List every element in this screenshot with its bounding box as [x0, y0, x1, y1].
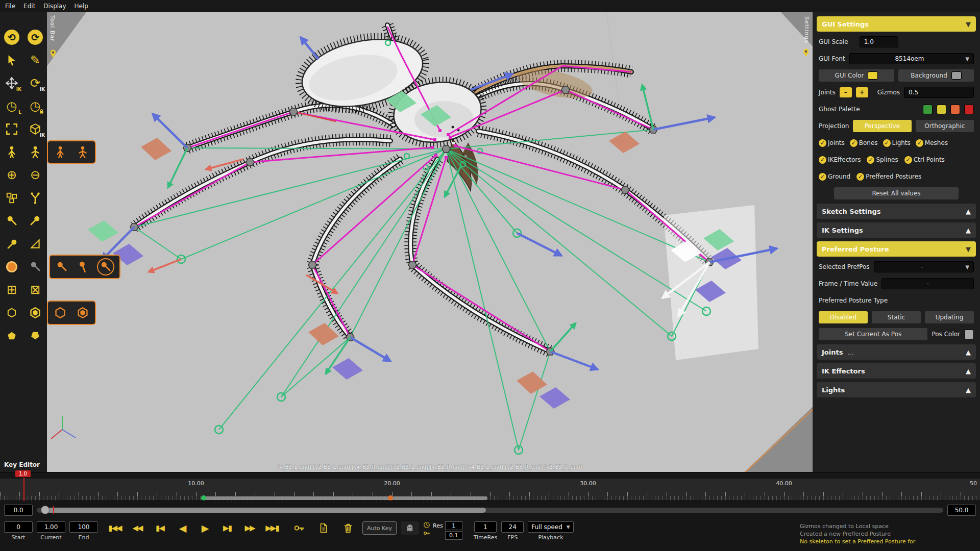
- add-circle-tool-button[interactable]: ⊕: [2, 165, 22, 185]
- pin-rotate-tool-button[interactable]: [2, 234, 22, 254]
- preferred-posture-header[interactable]: Preferred Posture ▼: [817, 241, 976, 257]
- range-max-box[interactable]: 50.0: [947, 505, 976, 516]
- playhead-marker[interactable]: [23, 478, 24, 501]
- character-tool-button[interactable]: [25, 142, 45, 162]
- character-orbit-tool-button[interactable]: [2, 142, 22, 162]
- pin-icon[interactable]: [801, 48, 811, 57]
- range-key-dot[interactable]: [388, 495, 393, 500]
- sketch-settings-header[interactable]: Sketch Settings ▲: [817, 204, 976, 219]
- gui-font-select[interactable]: 8514oem ▼: [849, 53, 974, 64]
- go-to-start-button[interactable]: ▮◀◀: [104, 521, 126, 535]
- play-backward-button[interactable]: ◀: [172, 521, 193, 535]
- lights-header[interactable]: Lights ▲: [817, 382, 976, 397]
- ik-settings-header[interactable]: IK Settings ▲: [817, 222, 976, 238]
- orthographic-button[interactable]: Orthographic: [916, 120, 974, 132]
- pin-dark-tool-button[interactable]: [25, 257, 45, 277]
- reset-all-values-button[interactable]: Reset All values: [834, 187, 959, 199]
- scrollbar-handle[interactable]: [41, 506, 50, 514]
- branch-tool-button[interactable]: [25, 188, 45, 208]
- posture-disabled-button[interactable]: Disabled: [819, 311, 868, 323]
- visible-range-bar[interactable]: [203, 496, 487, 500]
- posture-updating-button[interactable]: Updating: [925, 311, 974, 323]
- playback-speed-select[interactable]: Full speed ▼: [528, 521, 574, 533]
- gizmos-input[interactable]: 0.5: [904, 87, 974, 98]
- cube-ik-tool-button[interactable]: IK: [25, 119, 45, 139]
- timeres-input[interactable]: 1: [474, 521, 497, 533]
- res-input[interactable]: 1: [445, 521, 462, 530]
- toggle-ikeffectors[interactable]: ✓IKEffectors: [819, 156, 861, 164]
- select-tool-button[interactable]: [2, 51, 22, 70]
- pin-tool-button[interactable]: [2, 211, 22, 231]
- playhead-time-badge[interactable]: 1.0: [15, 470, 31, 477]
- start-frame-input[interactable]: 0: [4, 521, 33, 533]
- range-start-key-dot[interactable]: [201, 495, 206, 500]
- pushpin-selected-button[interactable]: [97, 258, 114, 276]
- ik-effectors-header[interactable]: IK Effectors ▲: [817, 363, 976, 379]
- pushpin-icon[interactable]: [55, 260, 68, 273]
- pin-icon[interactable]: [48, 49, 58, 58]
- duplicate-tool-button[interactable]: [2, 188, 22, 208]
- toggle-bones[interactable]: ✓Bones: [850, 139, 878, 147]
- scale-tool-button[interactable]: [2, 119, 22, 139]
- go-to-end-button[interactable]: ▶▶▮: [261, 521, 283, 535]
- set-key-button[interactable]: [289, 521, 309, 535]
- joints-decrease-button[interactable]: –: [840, 87, 852, 97]
- pushpin-icon[interactable]: [74, 258, 92, 276]
- toggle-preffered-postures[interactable]: ✓Preffered Postures: [856, 173, 921, 181]
- res-secondary-input[interactable]: 0.1: [445, 531, 462, 540]
- undo-button[interactable]: ⟲: [2, 28, 22, 47]
- active-point-button[interactable]: [2, 257, 22, 277]
- frame-time-input[interactable]: -: [881, 278, 974, 289]
- ghost-color-orange-swatch[interactable]: [950, 105, 960, 114]
- previous-frame-button[interactable]: ▮◀: [149, 521, 170, 535]
- triangle-ruler-tool-button[interactable]: [25, 234, 45, 254]
- toggle-meshes[interactable]: ✓Meshes: [916, 139, 948, 147]
- joints-section-header[interactable]: Joints ... ▲: [817, 344, 976, 360]
- hexagon-icon[interactable]: [76, 306, 89, 319]
- rewind-button[interactable]: ◀◀: [127, 521, 148, 535]
- delete-key-button[interactable]: [338, 521, 358, 535]
- set-current-as-pos-button[interactable]: Set Current As Pos: [819, 328, 927, 340]
- toggle-ground[interactable]: ✓Ground: [819, 173, 850, 181]
- auto-key-button[interactable]: Auto Key: [362, 521, 397, 535]
- add-box-tool-button[interactable]: ⊞: [2, 280, 22, 299]
- joints-increase-button[interactable]: +: [856, 87, 868, 97]
- toggle-lights[interactable]: ✓Lights: [883, 139, 911, 147]
- ghost-color-yellow-swatch[interactable]: [937, 105, 946, 114]
- pentagon-down-tool-button[interactable]: [25, 326, 45, 345]
- pos-color-swatch[interactable]: [964, 330, 974, 339]
- fps-input[interactable]: 24: [501, 521, 524, 533]
- menu-display[interactable]: Display: [43, 3, 66, 10]
- person-icon[interactable]: [76, 145, 89, 159]
- toggle-splines[interactable]: ✓Splines: [867, 156, 898, 164]
- next-frame-button[interactable]: ▶▮: [216, 521, 238, 535]
- posture-static-button[interactable]: Static: [872, 311, 921, 323]
- pentagon-up-tool-button[interactable]: [2, 326, 22, 345]
- menu-edit[interactable]: Edit: [23, 3, 35, 10]
- person-icon[interactable]: [54, 145, 67, 159]
- hexagon-icon[interactable]: [54, 306, 67, 319]
- perspective-button[interactable]: Perspective: [853, 120, 911, 132]
- ghost-color-red-swatch[interactable]: [964, 105, 974, 114]
- range-min-box[interactable]: 0.0: [4, 505, 33, 516]
- hexagon-filled-tool-button[interactable]: [25, 303, 45, 322]
- toggle-joints[interactable]: ✓Joints: [819, 139, 845, 147]
- timeline-scrollbar[interactable]: [37, 508, 943, 513]
- time-local-tool-button[interactable]: ◷L: [2, 96, 22, 116]
- ghosting-button[interactable]: [401, 521, 419, 535]
- current-frame-input[interactable]: 1.00: [37, 521, 65, 533]
- menu-file[interactable]: File: [5, 3, 15, 10]
- edit-keys-button[interactable]: [313, 521, 334, 535]
- time-lock-tool-button[interactable]: ◷: [25, 96, 45, 116]
- gui-scale-input[interactable]: 1.0: [860, 36, 898, 47]
- selected-prefpos-select[interactable]: - ▼: [874, 261, 974, 272]
- play-button[interactable]: ▶: [194, 521, 215, 535]
- gui-color-button[interactable]: GUI Color: [819, 69, 894, 82]
- rotate-ik-tool-button[interactable]: ⟳IK: [25, 73, 45, 93]
- end-frame-input[interactable]: 100: [69, 521, 98, 533]
- draw-tool-button[interactable]: ✎: [25, 51, 45, 70]
- remove-circle-tool-button[interactable]: ⊖: [25, 165, 45, 185]
- viewport-3d[interactable]: Tool Bar Settings [v_B3_L_end] [v2_B3_L_…: [47, 12, 813, 472]
- ghost-color-green-swatch[interactable]: [923, 105, 933, 114]
- gui-settings-header[interactable]: GUI Settings ▼: [817, 16, 976, 32]
